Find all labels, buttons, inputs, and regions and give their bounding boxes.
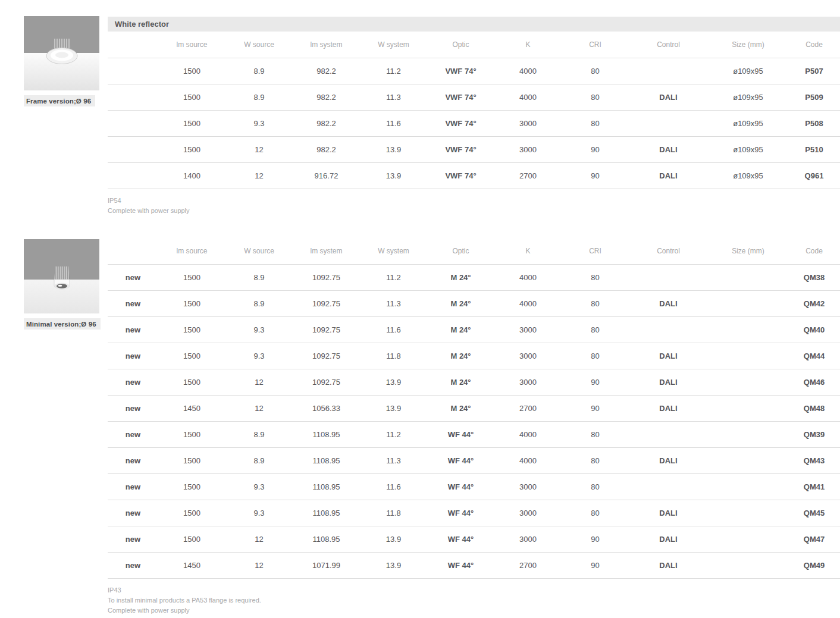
cell-size — [708, 526, 788, 553]
cell-lm-source: 1500 — [158, 110, 225, 136]
cell-optic: M 24° — [427, 396, 494, 422]
column-header: Optic — [427, 32, 494, 58]
cell-optic: WF 44° — [427, 500, 494, 526]
cell-optic: M 24° — [427, 317, 494, 343]
column-header-new — [108, 32, 158, 58]
cell-new-badge: new — [108, 526, 158, 553]
cell-control: DALI — [629, 162, 708, 189]
section-spacer — [108, 216, 840, 239]
cell-size — [708, 474, 788, 500]
cell-lm-source: 1500 — [158, 422, 225, 448]
cell-lm-source: 1500 — [158, 343, 225, 369]
spec-tables-column: White reflector lm sourceW sourcelm syst… — [108, 0, 840, 616]
cell-size — [708, 265, 788, 291]
cell-k: 4000 — [494, 265, 562, 291]
cell-control: DALI — [629, 369, 708, 396]
heatsink-fins — [54, 266, 70, 280]
cell-w-system: 13.9 — [360, 526, 427, 553]
cell-code: QM43 — [788, 448, 840, 474]
cell-w-source: 9.3 — [225, 343, 293, 369]
frame-version-notes: IP54 Complete with power supply — [108, 196, 840, 216]
cell-w-source: 9.3 — [225, 317, 293, 343]
cell-w-source: 12 — [225, 526, 293, 553]
cell-lm-system: 916.72 — [293, 162, 360, 189]
cell-optic: WF 44° — [427, 422, 494, 448]
cell-k: 3000 — [494, 526, 562, 553]
table-row: new15009.31108.9511.6WF 44°300080QM41 — [108, 474, 840, 500]
cell-new-badge — [108, 136, 158, 162]
cell-control: DALI — [629, 136, 708, 162]
cell-optic: VWF 74° — [427, 136, 494, 162]
cell-cri: 80 — [562, 474, 629, 500]
cell-w-system: 11.8 — [360, 343, 427, 369]
cell-lm-system: 1092.75 — [293, 317, 360, 343]
cell-cri: 80 — [562, 110, 629, 136]
table-row: new1450121071.9913.9WF 44°270090DALIQM49 — [108, 553, 840, 579]
cell-lm-system: 1092.75 — [293, 343, 360, 369]
cell-cri: 90 — [562, 526, 629, 553]
section-title: White reflector — [115, 20, 169, 29]
column-header: Optic — [427, 239, 494, 265]
table-row: new1500121092.7513.9M 24°300090DALIQM46 — [108, 369, 840, 396]
lens-highlight — [58, 285, 62, 287]
cell-control — [629, 474, 708, 500]
cell-optic: WF 44° — [427, 553, 494, 579]
cell-w-system: 11.3 — [360, 84, 427, 110]
frame-version-spec-table: lm sourceW sourcelm systemW systemOpticK… — [108, 32, 840, 189]
table-header: lm sourceW sourcelm systemW systemOpticK… — [108, 239, 840, 265]
column-header: Size (mm) — [708, 239, 788, 265]
cell-new-badge: new — [108, 291, 158, 317]
cell-size — [708, 369, 788, 396]
cell-cri: 80 — [562, 343, 629, 369]
cell-lm-system: 1071.99 — [293, 553, 360, 579]
cell-optic: M 24° — [427, 343, 494, 369]
cell-w-source: 9.3 — [225, 110, 293, 136]
cell-optic: M 24° — [427, 369, 494, 396]
cell-k: 4000 — [494, 84, 562, 110]
cell-lm-system: 982.2 — [293, 84, 360, 110]
cell-lm-system: 1108.95 — [293, 526, 360, 553]
cell-k: 3000 — [494, 500, 562, 526]
cell-lm-source: 1500 — [158, 84, 225, 110]
cell-w-source: 8.9 — [225, 84, 293, 110]
note-power-supply: Complete with power supply — [108, 206, 840, 216]
minimal-version-spec-table: lm sourceW sourcelm systemW systemOpticK… — [108, 239, 840, 579]
note-ip-rating: IP43 — [108, 585, 840, 595]
cell-code: QM47 — [788, 526, 840, 553]
cell-cri: 90 — [562, 162, 629, 189]
table-row: 15008.9982.211.2VWF 74°400080ø109x95P507 — [108, 58, 840, 84]
cell-k: 3000 — [494, 317, 562, 343]
cell-cri: 80 — [562, 84, 629, 110]
cell-control — [629, 422, 708, 448]
cell-code: Q961 — [788, 162, 840, 189]
cell-cri: 80 — [562, 58, 629, 84]
cell-lm-source: 1500 — [158, 317, 225, 343]
column-header: K — [494, 32, 562, 58]
cell-control: DALI — [629, 291, 708, 317]
catalog-page: Frame version;Ø 96 Minimal version;Ø 96 — [0, 0, 840, 618]
column-header: lm source — [158, 239, 225, 265]
column-header: Control — [629, 239, 708, 265]
column-header: W system — [360, 239, 427, 265]
cell-cri: 80 — [562, 448, 629, 474]
cell-w-system: 11.2 — [360, 58, 427, 84]
minimal-downlight-photo — [24, 239, 99, 313]
table-row: new15009.31092.7511.6M 24°300080QM40 — [108, 317, 840, 343]
cell-lm-source: 1500 — [158, 136, 225, 162]
table-row: 15008.9982.211.3VWF 74°400080DALIø109x95… — [108, 84, 840, 110]
table-row: new1500121108.9513.9WF 44°300090DALIQM47 — [108, 526, 840, 553]
cell-new-badge: new — [108, 422, 158, 448]
cell-w-source: 12 — [225, 396, 293, 422]
recessed-downlight-photo — [24, 16, 99, 90]
cell-w-source: 8.9 — [225, 422, 293, 448]
cell-cri: 90 — [562, 553, 629, 579]
cell-lm-source: 1500 — [158, 500, 225, 526]
cell-new-badge: new — [108, 396, 158, 422]
cell-optic: WF 44° — [427, 526, 494, 553]
cell-size — [708, 448, 788, 474]
cell-cri: 90 — [562, 369, 629, 396]
cell-optic: M 24° — [427, 265, 494, 291]
cell-w-source: 12 — [225, 136, 293, 162]
note-flange-requirement: To install minimal products a PA53 flang… — [108, 595, 840, 606]
cell-k: 4000 — [494, 422, 562, 448]
